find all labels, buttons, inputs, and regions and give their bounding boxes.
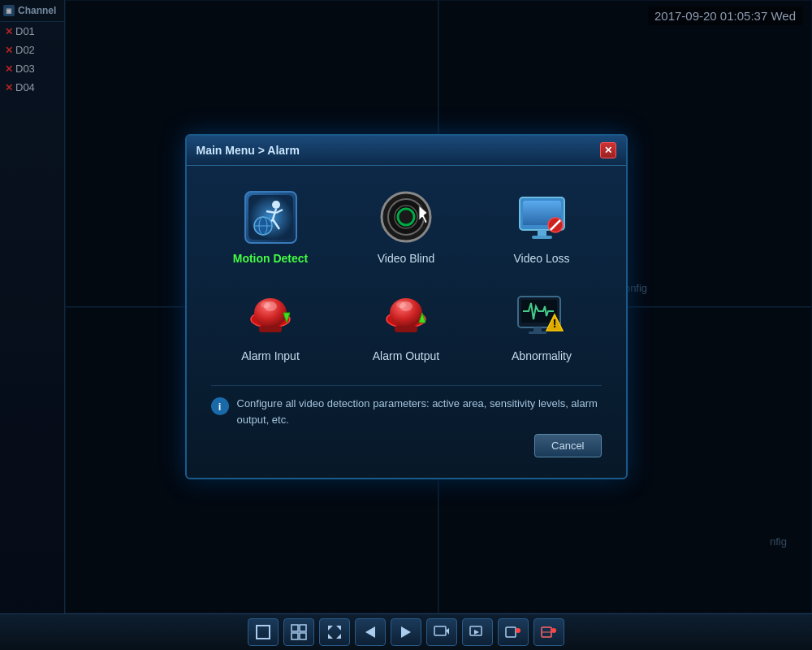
svg-marker-55	[474, 630, 479, 635]
taskbar-expand-btn[interactable]	[319, 618, 350, 646]
menu-item-video-loss[interactable]: Video Loss	[482, 182, 602, 271]
menu-item-video-blind[interactable]: Video Blind	[347, 182, 466, 271]
abnormality-label: Abnormality	[512, 349, 572, 362]
svg-point-1	[272, 201, 280, 209]
svg-marker-47	[336, 626, 341, 630]
info-bar: i Configure all video detection paramete…	[211, 385, 602, 434]
dialog-footer: Cancel	[211, 434, 602, 462]
taskbar	[0, 613, 812, 650]
svg-rect-34	[395, 326, 417, 332]
svg-point-13	[400, 210, 412, 223]
svg-point-57	[516, 628, 520, 633]
motion-detect-icon	[242, 188, 299, 245]
svg-rect-28	[259, 326, 282, 332]
alarm-output-icon	[378, 286, 434, 343]
taskbar-playback-btn[interactable]	[462, 618, 493, 646]
video-blind-label: Video Blind	[378, 252, 435, 265]
svg-marker-51	[401, 626, 411, 638]
dialog-title: Main Menu > Alarm	[197, 144, 300, 157]
menu-item-abnormality[interactable]: ! Abnormality	[482, 280, 602, 369]
taskbar-prev-btn[interactable]	[355, 618, 386, 646]
menu-grid: Motion Detect	[211, 182, 602, 369]
svg-marker-46	[328, 626, 333, 630]
svg-rect-20	[532, 236, 552, 239]
menu-item-motion-detect[interactable]: Motion Detect	[211, 182, 330, 271]
svg-rect-44	[292, 633, 298, 639]
taskbar-stop-btn[interactable]	[533, 618, 564, 646]
motion-detect-label: Motion Detect	[233, 252, 309, 265]
svg-rect-42	[292, 625, 298, 631]
svg-rect-56	[506, 627, 516, 637]
cancel-button[interactable]: Cancel	[534, 434, 601, 457]
dialog-close-button[interactable]: ✕	[600, 142, 616, 158]
svg-marker-48	[328, 634, 333, 639]
svg-rect-19	[538, 230, 546, 236]
video-loss-label: Video Loss	[513, 252, 569, 265]
alarm-output-label: Alarm Output	[373, 349, 439, 362]
info-text: Configure all video detection parameters…	[237, 396, 602, 427]
svg-point-26	[261, 301, 270, 308]
svg-text:!: !	[552, 317, 556, 330]
svg-rect-43	[300, 625, 306, 631]
svg-rect-41	[257, 626, 270, 639]
svg-rect-0	[248, 195, 293, 240]
taskbar-live-btn[interactable]	[426, 618, 457, 646]
svg-point-32	[396, 301, 406, 308]
modal-overlay: Main Menu > Alarm ✕	[0, 0, 812, 613]
abnormality-icon: !	[513, 286, 570, 343]
taskbar-record-btn[interactable]	[498, 618, 529, 646]
svg-rect-52	[434, 626, 446, 635]
svg-point-59	[551, 628, 556, 633]
alarm-input-icon	[242, 286, 299, 343]
svg-rect-38	[529, 332, 546, 334]
video-loss-icon	[513, 188, 570, 245]
info-icon: i	[211, 397, 229, 415]
taskbar-quad-btn[interactable]	[283, 618, 314, 646]
video-blind-icon	[378, 188, 434, 245]
menu-item-alarm-input[interactable]: Alarm Input	[211, 280, 330, 369]
taskbar-next-btn[interactable]	[391, 618, 421, 646]
menu-item-alarm-output[interactable]: Alarm Output	[347, 280, 466, 369]
alarm-input-label: Alarm Input	[241, 349, 300, 362]
dialog-body: Motion Detect	[187, 166, 626, 478]
svg-marker-50	[365, 626, 375, 638]
taskbar-single-btn[interactable]	[248, 618, 279, 646]
dialog-titlebar: Main Menu > Alarm ✕	[187, 136, 626, 166]
svg-marker-49	[336, 634, 341, 639]
svg-rect-45	[300, 633, 306, 639]
alarm-dialog: Main Menu > Alarm ✕	[185, 134, 628, 479]
